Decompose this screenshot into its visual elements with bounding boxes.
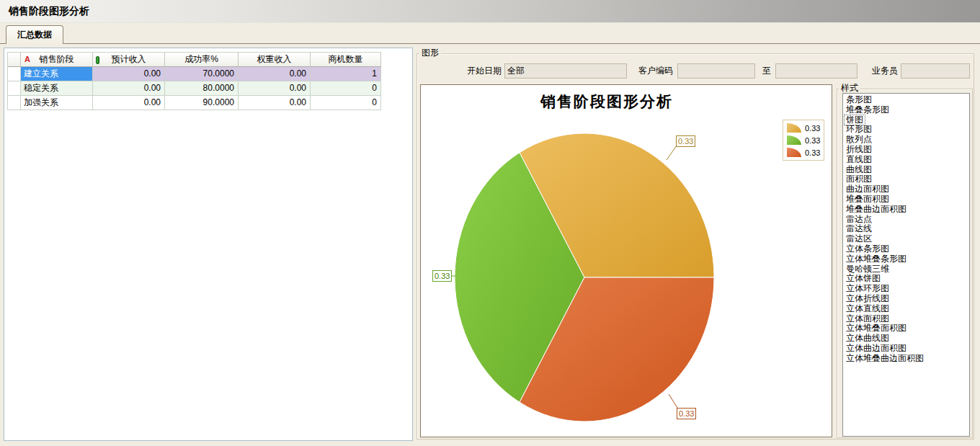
style-group-label: 样式 (839, 84, 860, 93)
legend-value: 0.33 (805, 136, 820, 145)
style-list-item[interactable]: 立体饼图 (845, 274, 882, 284)
customer-code-label: 客户编码 (624, 66, 673, 76)
table-cell-stage[interactable]: 加强关系 (21, 96, 93, 110)
chart-style-listbox: 条形图 堆叠条形图 饼图 环形图 散列点 折线图 直线图 曲线图 面积图 曲边面… (842, 93, 970, 437)
legend-value: 0.33 (805, 124, 820, 133)
style-list-item[interactable]: 雷达线 (845, 224, 873, 234)
column-header-label: 预计收入 (112, 54, 146, 64)
table-cell[interactable]: 0.00 (93, 96, 165, 110)
table-cell[interactable]: 0.00 (239, 67, 311, 81)
table-cell[interactable]: 1 (311, 67, 381, 81)
style-list-item[interactable]: 面积图 (845, 174, 873, 184)
tab-summary-data[interactable]: 汇总数据 (6, 25, 63, 44)
legend-entry: 0.33 (787, 148, 820, 157)
row-indicator[interactable] (8, 67, 21, 81)
style-list-item[interactable]: 曲线图 (845, 165, 873, 175)
legend-entry: 0.33 (787, 135, 820, 145)
table-cell[interactable]: 0 (311, 96, 381, 110)
sort-a-icon: A (24, 53, 30, 66)
row-indicator[interactable] (8, 81, 21, 96)
style-list-item[interactable]: 立体堆叠曲边面积图 (845, 354, 925, 364)
label-leader-line (669, 394, 677, 408)
table-cell-stage[interactable]: 建立关系 (21, 67, 93, 81)
slice-label-orange: 0.33 (677, 408, 696, 419)
column-header-stage[interactable]: A 销售阶段 (21, 53, 93, 67)
style-list-item[interactable]: 堆叠面积图 (845, 195, 891, 205)
column-header-opportunity-count[interactable]: 商机数量 (311, 53, 381, 67)
style-list-item[interactable]: 立体面积图 (845, 314, 891, 324)
legend-entry: 0.33 (787, 123, 820, 133)
style-list-item[interactable]: 立体堆叠条形图 (845, 254, 908, 264)
style-list-item[interactable]: 立体条形图 (845, 244, 891, 254)
app-window: 销售阶段图形分析 汇总数据 A 销售阶段 预计收入 成功率% 权重收入 商机数量 (0, 0, 980, 446)
column-header-expected-income[interactable]: 预计收入 (93, 53, 165, 67)
salesperson-label: 业务员 (863, 66, 898, 76)
legend-value: 0.33 (805, 148, 820, 157)
start-date-input[interactable] (504, 63, 627, 79)
customer-code-to-input[interactable] (775, 63, 858, 79)
table-cell[interactable]: 0.00 (93, 67, 165, 81)
column-header-label: 销售阶段 (40, 54, 74, 64)
table-row: 加强关系 0.00 90.0000 0.00 0 (8, 96, 381, 110)
column-header-label: 商机数量 (329, 54, 363, 64)
table-cell[interactable]: 0 (311, 81, 381, 96)
table-cell[interactable]: 0.00 (93, 81, 165, 96)
legend-swatch-orange-icon (787, 148, 801, 157)
chart-legend: 0.33 0.33 0.33 (783, 120, 824, 161)
title-bar: 销售阶段图形分析 (0, 0, 980, 23)
table-header-row: A 销售阶段 预计收入 成功率% 权重收入 商机数量 (8, 53, 381, 67)
column-header-label: 权重收入 (257, 54, 292, 64)
customer-code-input[interactable] (677, 63, 755, 79)
style-list-item[interactable]: 曲边面积图 (845, 184, 891, 195)
style-list-item[interactable]: 立体直线图 (845, 304, 891, 314)
table-cell[interactable]: 80.0000 (165, 81, 239, 96)
table-cell[interactable]: 0.00 (239, 81, 311, 96)
style-list-item-selected[interactable]: 饼图 (845, 115, 865, 125)
slice-label-green: 0.33 (432, 270, 452, 282)
style-list-item[interactable]: 堆叠曲边面积图 (845, 205, 908, 215)
style-list-item[interactable]: 堆叠条形图 (845, 105, 891, 115)
column-header-label: 成功率% (184, 54, 218, 64)
pie-chart (421, 85, 832, 437)
table-cell[interactable]: 90.0000 (165, 96, 239, 110)
style-list-item[interactable]: 立体环形图 (845, 284, 891, 294)
to-label: 至 (758, 66, 771, 76)
style-list-item[interactable]: 立体堆叠面积图 (845, 324, 908, 334)
style-list-item[interactable]: 条形图 (845, 95, 873, 105)
table-cell-stage[interactable]: 稳定关系 (21, 81, 93, 96)
style-list-item[interactable]: 散列点 (845, 135, 873, 145)
start-date-label: 开始日期 (451, 66, 502, 76)
row-indicator-header (8, 53, 21, 67)
salesperson-input[interactable] (901, 63, 970, 79)
column-header-success-rate[interactable]: 成功率% (165, 53, 239, 67)
table-cell[interactable]: 0.00 (239, 96, 311, 110)
style-list-item[interactable]: 曼哈顿三维 (845, 264, 891, 275)
style-list-item[interactable]: 立体折线图 (845, 294, 891, 304)
style-list-item[interactable]: 环形图 (845, 125, 873, 135)
legend-swatch-green-icon (787, 135, 801, 145)
style-list-item[interactable]: 雷达区 (845, 234, 873, 244)
row-indicator[interactable] (8, 96, 21, 110)
style-list-item[interactable]: 立体曲线图 (845, 334, 891, 344)
tab-strip: 汇总数据 (0, 23, 980, 44)
style-list-item[interactable]: 折线图 (845, 145, 873, 155)
graph-group-label: 图形 (419, 48, 441, 58)
style-list-item[interactable]: 直线图 (845, 155, 873, 165)
table-row: 建立关系 0.00 70.0000 0.00 1 (8, 67, 381, 81)
window-title: 销售阶段图形分析 (9, 0, 89, 22)
green-indicator-icon (96, 56, 99, 64)
summary-table: A 销售阶段 预计收入 成功率% 权重收入 商机数量 建立关系 0.00 70.… (7, 52, 381, 110)
table-cell[interactable]: 70.0000 (165, 67, 239, 81)
style-list-item[interactable]: 立体曲边面积图 (845, 344, 908, 354)
legend-swatch-yellow-icon (787, 123, 801, 133)
slice-label-yellow: 0.33 (676, 135, 695, 147)
style-list-item[interactable]: 雷达点 (845, 215, 873, 225)
column-header-weighted-income[interactable]: 权重收入 (239, 53, 311, 67)
table-row: 稳定关系 0.00 80.0000 0.00 0 (8, 81, 381, 96)
pie-chart-area: 销售阶段图形分析 0.33 0.33 0.33 (420, 84, 832, 437)
label-leader-line (667, 146, 677, 160)
